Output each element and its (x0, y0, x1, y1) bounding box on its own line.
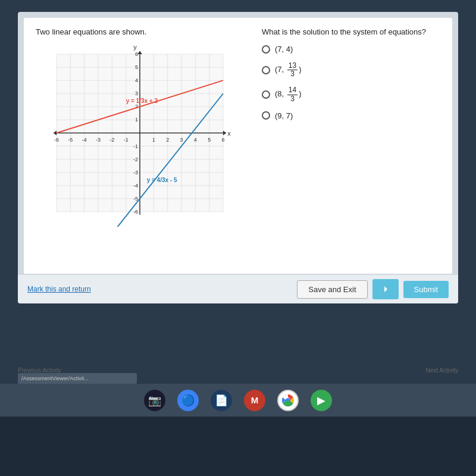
taskbar-icon-chrome[interactable] (277, 390, 299, 411)
taskbar-icon-video[interactable]: 📷 (144, 390, 165, 411)
address-text: /AssessmentViewer/Activit... (21, 375, 89, 381)
radio-d[interactable] (262, 111, 270, 120)
mark-return-link[interactable]: Mark this and return (27, 285, 91, 293)
option-a-label: (7, 4) (275, 45, 293, 54)
option-b[interactable]: (7, 133) (262, 62, 440, 78)
taskbar-icon-blue[interactable]: 🔵 (177, 390, 199, 411)
option-d[interactable]: (9, 7) (262, 111, 440, 120)
footer-bar: Mark this and return Save and Exit Submi… (18, 275, 458, 303)
answer-options: (7, 4) (7, 133) (8, 143) ( (262, 45, 440, 120)
taskbar: 📷 🔵 📄 M ▶ (0, 384, 476, 416)
question-text: What is the solution to the system of eq… (262, 27, 440, 36)
radio-a[interactable] (262, 45, 270, 54)
right-panel: What is the solution to the system of eq… (256, 27, 440, 268)
screen: Two linear equations are shown. What is … (18, 12, 458, 303)
submit-button[interactable]: Submit (403, 281, 449, 298)
taskbar-icon-gmail[interactable]: M (244, 390, 265, 411)
option-b-label: (7, 133) (275, 62, 302, 78)
taskbar-icon-play[interactable]: ▶ (311, 390, 332, 411)
next-button[interactable] (372, 279, 399, 299)
left-title: Two linear equations are shown. (36, 27, 244, 36)
address-bar: /AssessmentViewer/Activit... (18, 373, 137, 384)
next-icon (381, 284, 390, 294)
option-a[interactable]: (7, 4) (262, 45, 440, 54)
option-c[interactable]: (8, 143) (262, 86, 440, 102)
graph-container (36, 42, 232, 233)
radio-c[interactable] (262, 90, 270, 99)
taskbar-icon-dark[interactable]: 📄 (211, 390, 232, 411)
footer-buttons: Save and Exit Submit (297, 279, 449, 299)
radio-b[interactable] (262, 66, 270, 74)
save-exit-button[interactable]: Save and Exit (297, 280, 367, 299)
quiz-panel: Two linear equations are shown. What is … (24, 18, 452, 274)
left-panel: Two linear equations are shown. (36, 27, 244, 268)
option-c-label: (8, 143) (275, 86, 302, 102)
next-activity-label: Next Activity (426, 367, 458, 374)
option-d-label: (9, 7) (275, 111, 293, 120)
bottom-bar (0, 416, 476, 476)
